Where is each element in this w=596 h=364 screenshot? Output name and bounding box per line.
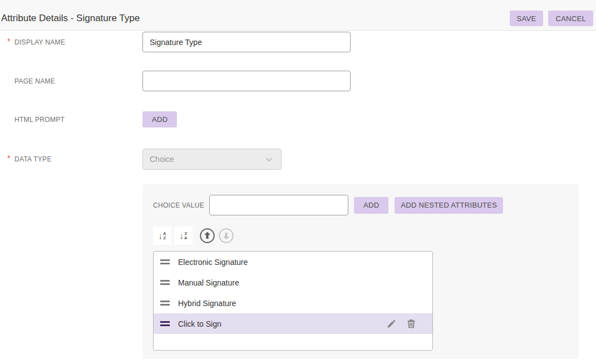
display-name-label: DISPLAY NAME [14, 38, 65, 46]
choice-item-label: Manual Signature [178, 278, 239, 287]
display-name-row: * DISPLAY NAME [0, 32, 351, 52]
sort-a-z-icon: ↓ AZ [159, 232, 166, 240]
choice-value-label: CHOICE VALUE [153, 201, 209, 209]
choice-item-label: Click to Sign [178, 319, 221, 328]
add-nested-attributes-button[interactable]: ADD NESTED ATTRIBUTES [395, 197, 503, 214]
drag-handle-icon[interactable] [160, 321, 170, 326]
html-prompt-label-cell: HTML PROMPT [7, 116, 142, 124]
data-type-row: * DATA TYPE Choice [0, 149, 282, 170]
sort-ascending-button[interactable]: ↓ AZ [153, 227, 171, 245]
choice-item-label: Electronic Signature [178, 258, 248, 267]
page-name-label: PAGE NAME [14, 77, 55, 85]
page-title: Attribute Details - Signature Type [1, 13, 510, 24]
move-up-button[interactable] [199, 227, 216, 244]
arrow-down-circle-icon [218, 228, 234, 244]
list-item-selected[interactable]: Click to Sign [154, 313, 432, 334]
html-prompt-add-button[interactable]: ADD [142, 111, 177, 127]
drag-handle-icon[interactable] [160, 301, 170, 306]
choice-values-panel: CHOICE VALUE ADD ADD NESTED ATTRIBUTES ↓… [142, 184, 579, 359]
header-actions: SAVE CANCEL [510, 11, 593, 26]
choice-value-input[interactable] [209, 195, 348, 215]
required-asterisk: * [7, 38, 12, 45]
display-name-label-cell: * DISPLAY NAME [7, 38, 142, 46]
move-down-button[interactable] [218, 227, 235, 244]
page-name-input[interactable] [142, 71, 351, 91]
trash-icon [407, 319, 416, 328]
choice-item-label: Hybrid Signature [178, 299, 236, 308]
list-item[interactable]: Electronic Signature [154, 252, 432, 272]
sort-descending-button[interactable]: ↓ ZA [174, 227, 193, 245]
drag-handle-icon[interactable] [160, 259, 170, 264]
choice-list: Electronic Signature Manual Signature Hy… [153, 251, 433, 351]
page-name-row: PAGE NAME [0, 71, 351, 91]
required-asterisk: * [7, 155, 12, 161]
data-type-label-cell: * DATA TYPE [7, 155, 142, 163]
drag-handle-icon[interactable] [160, 280, 170, 285]
pencil-icon [387, 319, 396, 328]
choice-value-row: CHOICE VALUE ADD ADD NESTED ATTRIBUTES [153, 195, 579, 215]
list-item[interactable]: Hybrid Signature [154, 293, 432, 313]
list-item[interactable]: Manual Signature [154, 272, 432, 293]
sort-z-a-icon: ↓ ZA [180, 232, 188, 240]
cancel-button[interactable]: CANCEL [548, 11, 593, 26]
delete-button[interactable] [406, 319, 416, 328]
add-choice-button[interactable]: ADD [354, 197, 388, 214]
arrow-up-circle-icon [199, 228, 215, 244]
data-type-selected-value: Choice [150, 155, 174, 164]
html-prompt-label: HTML PROMPT [14, 116, 65, 124]
attribute-details-dialog: Attribute Details - Signature Type SAVE … [0, 0, 596, 364]
data-type-label: DATA TYPE [14, 155, 52, 163]
html-prompt-row: HTML PROMPT ADD [0, 111, 177, 127]
save-button[interactable]: SAVE [510, 11, 544, 26]
display-name-input[interactable] [142, 32, 351, 52]
chevron-down-icon [264, 154, 274, 165]
item-actions [387, 319, 432, 328]
page-name-label-cell: PAGE NAME [7, 77, 142, 85]
edit-button[interactable] [387, 319, 396, 328]
data-type-select: Choice [142, 149, 282, 170]
dialog-header: Attribute Details - Signature Type SAVE … [0, 0, 596, 31]
choice-sort-toolbar: ↓ AZ ↓ ZA [153, 227, 579, 245]
